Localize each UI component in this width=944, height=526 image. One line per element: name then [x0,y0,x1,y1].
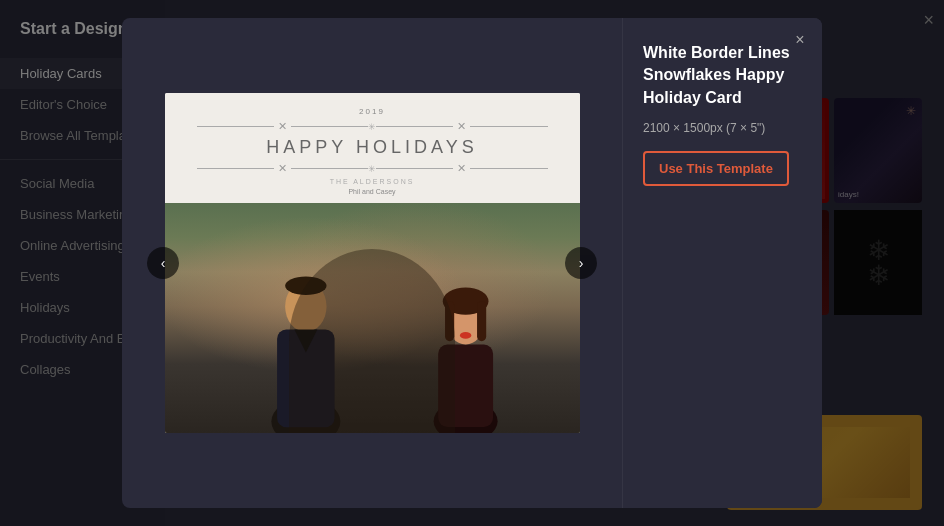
svg-marker-3 [294,330,317,353]
card-line-left [197,126,274,127]
deco-x-br: ✕ [457,162,466,175]
card-title: HAPPY HOLIDAYS [185,137,560,158]
card-line-bl [197,168,274,169]
card-line-right [470,126,547,127]
prev-button[interactable]: ‹ [147,247,179,279]
svg-rect-1 [277,330,335,428]
svg-point-11 [460,332,471,339]
modal-close-button[interactable]: × [788,28,812,52]
use-template-button[interactable]: Use This Template [643,151,789,186]
template-title: White Border Lines Snowflakes Happy Holi… [643,42,802,109]
card-names: Phil and Casey [185,188,560,195]
prev-icon: ‹ [161,255,166,271]
person-left-silhouette [227,226,385,433]
card-line-mid-left [291,126,368,127]
card-preview: 2019 ✕ ✳ ✕ HAPPY HOLIDAYS ✕ [165,93,580,433]
svg-rect-6 [438,345,493,427]
person-right-silhouette [393,244,538,433]
deco-x-right: ✕ [457,120,466,133]
card-deco-top: ✕ ✳ ✕ [185,120,560,133]
modal: × ‹ 2019 ✕ ✳ ✕ [122,18,822,508]
card-line-mid-right [376,126,453,127]
card-photo [165,203,580,433]
deco-snowflake-top: ✳ [368,122,376,132]
card-line-bmr [376,168,453,169]
card-family-name: THE ALDERSONS [185,178,560,185]
modal-overlay: × ‹ 2019 ✕ ✳ ✕ [0,0,944,526]
svg-rect-9 [445,302,454,342]
card-header: 2019 ✕ ✳ ✕ HAPPY HOLIDAYS ✕ [165,93,580,203]
template-dimensions: 2100 × 1500px (7 × 5") [643,121,802,135]
card-line-bml [291,168,368,169]
card-year: 2019 [185,107,560,116]
modal-info-panel: White Border Lines Snowflakes Happy Holi… [622,18,822,508]
svg-point-4 [285,277,326,295]
next-button[interactable]: › [565,247,597,279]
modal-close-icon: × [795,31,804,49]
card-line-br [470,168,547,169]
svg-rect-10 [477,302,486,342]
deco-x-bl: ✕ [278,162,287,175]
card-deco-bottom: ✕ ✳ ✕ [185,162,560,175]
deco-snowflake-bottom: ✳ [368,164,376,174]
deco-x-left: ✕ [278,120,287,133]
card-photo-inner [165,203,580,433]
modal-preview-area: ‹ 2019 ✕ ✳ ✕ HAPPY HOLIDAYS [122,18,622,508]
next-icon: › [579,255,584,271]
